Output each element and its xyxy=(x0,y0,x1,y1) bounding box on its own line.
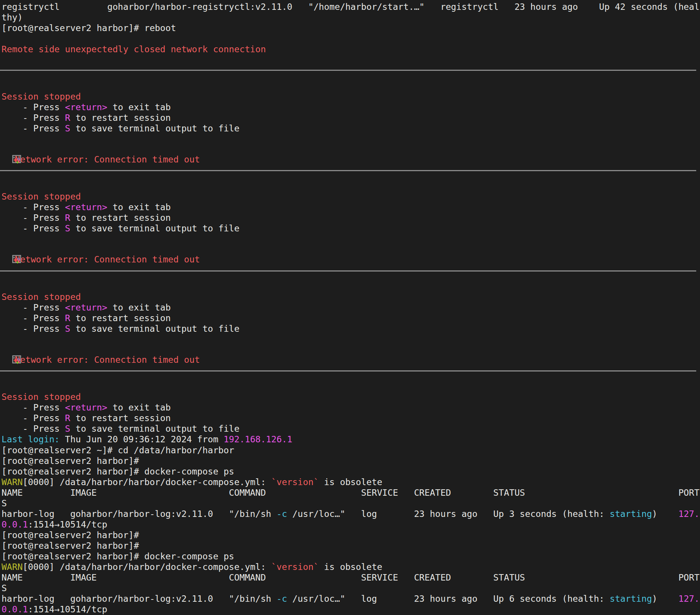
text-segment: starting xyxy=(609,509,652,519)
hint-save-output: - Press S to save terminal output to fil… xyxy=(2,223,700,234)
text-segment: WARN xyxy=(2,477,23,487)
text-segment: S xyxy=(65,423,70,434)
text-segment: /usr/loc…" log 23 hours ago Up 3 seconds… xyxy=(287,509,610,519)
prompt-docker-compose-ps: [root@realserver2 harbor]# docker-compos… xyxy=(2,466,700,477)
divider-rule xyxy=(0,270,696,272)
text-segment: Network error: Connection timed out xyxy=(15,354,200,365)
prompt-empty: [root@realserver2 harbor]# xyxy=(2,456,700,466)
text-segment: S xyxy=(65,123,70,133)
blank-line xyxy=(2,234,700,244)
hint-restart-session: - Press R to restart session xyxy=(2,313,700,323)
hint-save-output: - Press S to save terminal output to fil… xyxy=(2,423,700,434)
mobaxterm-session-icon xyxy=(2,144,11,153)
text-segment: R xyxy=(65,112,70,123)
text-segment: `version` xyxy=(271,477,319,487)
text-segment: Remote side unexpectedly closed network … xyxy=(2,44,266,54)
blank-line xyxy=(2,33,700,44)
ps-row-harbor-log-wrap: 0.0.1:1514→10514/tcp xyxy=(2,604,700,615)
text-segment: harbor-log goharbor/harbor-log:v2.11.0 "… xyxy=(2,593,277,604)
text-segment: to save terminal output to file xyxy=(70,223,240,233)
blank-line xyxy=(2,134,700,144)
text-segment: 192.168.126.1 xyxy=(223,434,292,444)
text-segment: - Press xyxy=(2,413,65,423)
text-segment: to exit tab xyxy=(107,402,171,412)
text-segment: harbor-log goharbor/harbor-log:v2.11.0 "… xyxy=(2,509,277,519)
prompt-cd: [root@realserver2 ~]# cd /data/harbor/ha… xyxy=(2,445,700,456)
text-segment: Network error: Connection timed out xyxy=(15,154,200,164)
ps-row-registryctl-wrap2: thy) xyxy=(2,12,700,23)
hint-restart-session: - Press R to restart session xyxy=(2,413,700,423)
hint-restart-session: - Press R to restart session xyxy=(2,112,700,123)
text-segment: S xyxy=(2,583,7,593)
blank-line xyxy=(2,55,700,65)
hint-save-output: - Press S to save terminal output to fil… xyxy=(2,123,700,134)
text-segment: [0000] /data/harbor/harbor/docker-compos… xyxy=(23,477,271,487)
text-segment: /usr/loc…" log 23 hours ago Up 6 seconds… xyxy=(287,593,610,604)
text-segment: to save terminal output to file xyxy=(70,123,240,133)
text-segment: R xyxy=(65,313,70,323)
text-segment: to restart session xyxy=(70,112,171,123)
text-segment: to restart session xyxy=(70,212,171,223)
text-segment: - Press xyxy=(2,112,65,123)
divider-line xyxy=(2,70,700,80)
text-segment: to exit tab xyxy=(107,102,171,112)
divider-rule xyxy=(0,170,696,171)
text-segment: ) xyxy=(652,509,678,519)
text-segment: -c xyxy=(277,593,287,604)
ps-row-harbor-log-wrap: 0.0.1:1514→10514/tcp xyxy=(2,519,700,530)
divider-line xyxy=(2,270,700,281)
text-segment: Session stopped xyxy=(2,392,81,402)
text-segment: NAME IMAGE COMMAND SERVICE CREATED STATU… xyxy=(2,487,700,498)
text-segment: is obsolete xyxy=(319,477,383,487)
prompt-docker-compose-ps: [root@realserver2 harbor]# docker-compos… xyxy=(2,551,700,562)
text-segment: [root@realserver2 harbor]# xyxy=(2,530,139,540)
blank-line xyxy=(2,381,700,392)
hint-restart-session: - Press R to restart session xyxy=(2,212,700,223)
text-segment: 127. xyxy=(678,509,700,519)
text-segment: thy) xyxy=(2,12,23,22)
text-segment: <return> xyxy=(65,302,108,312)
text-segment: ) xyxy=(652,593,678,604)
prompt-reboot: [root@realserver2 harbor]# reboot xyxy=(2,23,700,33)
divider-line xyxy=(2,170,700,181)
divider-line xyxy=(2,370,700,381)
text-segment: Last login: xyxy=(2,434,60,444)
ps-row-harbor-log: harbor-log goharbor/harbor-log:v2.11.0 "… xyxy=(2,593,700,604)
hint-exit-tab: - Press <return> to exit tab xyxy=(2,302,700,313)
text-segment: to save terminal output to file xyxy=(70,323,240,334)
mobaxterm-session-icon xyxy=(2,244,11,253)
terminal[interactable]: registryctl goharbor/harbor-registryctl:… xyxy=(0,0,700,615)
ps-row-registryctl-wrap1: registryctl goharbor/harbor-registryctl:… xyxy=(2,2,700,12)
text-segment: :1514→10514/tcp xyxy=(28,604,107,614)
prompt-empty: [root@realserver2 harbor]# xyxy=(2,530,700,540)
text-segment: - Press xyxy=(2,323,65,334)
mobaxterm-session-icon xyxy=(2,345,11,354)
prompt-empty: [root@realserver2 harbor]# xyxy=(2,540,700,551)
text-segment: registryctl goharbor/harbor-registryctl:… xyxy=(2,2,700,12)
hint-save-output: - Press S to save terminal output to fil… xyxy=(2,323,700,334)
text-segment: Session stopped xyxy=(2,91,81,101)
text-segment: - Press xyxy=(2,313,65,323)
text-segment: - Press xyxy=(2,212,65,223)
text-segment: to exit tab xyxy=(107,202,171,212)
divider-rule xyxy=(0,70,696,71)
ps-row-harbor-log: harbor-log goharbor/harbor-log:v2.11.0 "… xyxy=(2,509,700,519)
text-segment: - Press xyxy=(2,123,65,133)
text-segment: WARN xyxy=(2,562,23,572)
blank-line xyxy=(2,281,700,292)
text-segment: :1514→10514/tcp xyxy=(28,519,107,529)
text-segment: [0000] /data/harbor/harbor/docker-compos… xyxy=(23,562,271,572)
network-error-line: Network error: Connection timed out xyxy=(2,144,700,155)
text-segment: [root@realserver2 harbor]# xyxy=(2,540,139,551)
text-segment: - Press xyxy=(2,423,65,434)
text-segment: [root@realserver2 ~]# cd /data/harbor/ha… xyxy=(2,445,234,455)
text-segment: [root@realserver2 harbor]# reboot xyxy=(2,23,176,33)
text-segment: Thu Jun 20 09:36:12 2024 from xyxy=(60,434,224,444)
text-segment: <return> xyxy=(65,102,108,112)
ps-header-wrap: S xyxy=(2,583,700,593)
network-error-line: Network error: Connection timed out xyxy=(2,244,700,255)
session-stopped-title: Session stopped xyxy=(2,191,700,202)
hint-exit-tab: - Press <return> to exit tab xyxy=(2,102,700,112)
text-segment: Network error: Connection timed out xyxy=(15,254,200,264)
ps-header-wrap: S xyxy=(2,498,700,509)
